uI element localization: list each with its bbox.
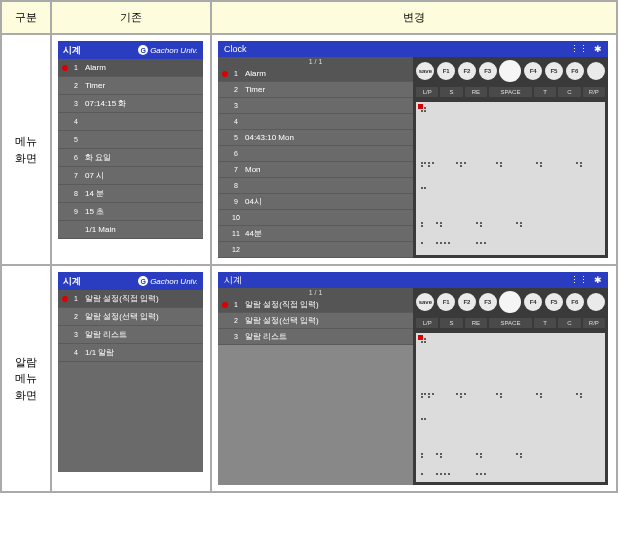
f-key-f6[interactable]: F6 <box>566 62 584 80</box>
f-key-f4[interactable]: F4 <box>524 293 542 311</box>
list-item[interactable]: 707 시 <box>58 167 203 185</box>
list-item[interactable]: 1알람 설정(직접 입력) <box>58 290 203 308</box>
braille-dot <box>421 222 423 224</box>
key-s[interactable]: S <box>440 318 462 328</box>
braille-dot <box>536 162 538 164</box>
item-label: 04:43:10 Mon <box>245 133 294 142</box>
list-item[interactable]: 814 분 <box>58 185 203 203</box>
key-t[interactable]: T <box>534 318 556 328</box>
key-r-p[interactable]: R/P <box>583 87 605 97</box>
item-number: 6 <box>71 154 81 161</box>
list-item[interactable]: 1144분 <box>218 226 413 242</box>
f-key-f3[interactable]: F3 <box>479 293 497 311</box>
f-key-f3[interactable]: F3 <box>479 62 497 80</box>
key-space[interactable]: SPACE <box>489 318 532 328</box>
center-button[interactable] <box>499 60 521 82</box>
item-number: 5 <box>71 136 81 143</box>
list-item[interactable]: 10 <box>218 210 413 226</box>
list-item[interactable]: 4 <box>218 114 413 130</box>
key-re[interactable]: RE <box>465 87 487 97</box>
item-label: 04시 <box>245 196 262 207</box>
app-header: Clock ⋮⋮ ✱ <box>218 41 608 57</box>
comparison-table: 구분 기존 변경 메뉴 화면 시계 Gachon Univ. 1Alarm2Ti… <box>0 0 618 493</box>
key-re[interactable]: RE <box>465 318 487 328</box>
key-l-p[interactable]: L/P <box>416 87 438 97</box>
braille-dot <box>421 165 423 167</box>
key-space[interactable]: SPACE <box>489 87 532 97</box>
braille-dot <box>421 418 423 420</box>
center-button[interactable] <box>499 291 521 313</box>
list-item[interactable]: 2Timer <box>218 82 413 98</box>
braille-dot <box>540 393 542 395</box>
key-c[interactable]: C <box>558 318 580 328</box>
list-item[interactable]: 12 <box>218 242 413 258</box>
braille-dot <box>480 242 482 244</box>
braille-dot <box>444 242 446 244</box>
f-key-f6[interactable]: F6 <box>566 293 584 311</box>
app-title: Clock <box>224 44 247 54</box>
f-key-f2[interactable]: F2 <box>458 62 476 80</box>
menu-list: 1Alarm2Timer307:14:15 화456화 요일707 시814 분… <box>58 59 203 239</box>
list-item[interactable]: 2Timer <box>58 77 203 95</box>
braille-dot <box>476 473 478 475</box>
item-number: 4 <box>71 349 81 356</box>
list-item[interactable]: 904시 <box>218 194 413 210</box>
list-item[interactable]: 1Alarm <box>58 59 203 77</box>
list-item[interactable]: 1/1 Main <box>58 221 203 239</box>
braille-dot <box>484 242 486 244</box>
before-device: 시계 Gachon Univ. 1Alarm2Timer307:14:15 화4… <box>58 41 203 239</box>
item-label: 15 초 <box>85 206 104 217</box>
list-item[interactable]: 8 <box>218 178 413 194</box>
list-item[interactable]: 3알람 리스트 <box>58 326 203 344</box>
braille-dot <box>421 453 423 455</box>
key-r-p[interactable]: R/P <box>583 318 605 328</box>
braille-dot <box>480 453 482 455</box>
braille-dot <box>421 396 423 398</box>
list-item[interactable]: 3알람 리스트 <box>218 329 413 345</box>
braille-dot <box>440 453 442 455</box>
key-s[interactable]: S <box>440 87 462 97</box>
key-l-p[interactable]: L/P <box>416 318 438 328</box>
f-key-f1[interactable]: F1 <box>437 293 455 311</box>
f-key-f5[interactable]: F5 <box>545 62 563 80</box>
save-button[interactable]: save <box>416 62 434 80</box>
list-item[interactable]: 6 <box>218 146 413 162</box>
braille-dot <box>580 396 582 398</box>
list-item[interactable]: 307:14:15 화 <box>58 95 203 113</box>
list-item[interactable]: 2알람 설정(선택 입력) <box>58 308 203 326</box>
key-c[interactable]: C <box>558 87 580 97</box>
app-title: 시계 <box>224 274 242 287</box>
braille-dot <box>580 165 582 167</box>
brand-logo: Gachon Univ. <box>138 45 198 55</box>
list-item[interactable]: 1알람 설정(직접 입력) <box>218 297 413 313</box>
item-number: 6 <box>231 150 241 157</box>
list-item[interactable]: 6화 요일 <box>58 149 203 167</box>
list-item[interactable]: 7Mon <box>218 162 413 178</box>
f-key-f4[interactable]: F4 <box>524 62 542 80</box>
table-header-row: 구분 기존 변경 <box>1 1 617 34</box>
app-header: 시계 Gachon Univ. <box>58 272 203 290</box>
item-number: 1 <box>231 70 241 77</box>
next-button[interactable] <box>587 62 605 80</box>
f-key-f2[interactable]: F2 <box>458 293 476 311</box>
next-button[interactable] <box>587 293 605 311</box>
save-button[interactable]: save <box>416 293 434 311</box>
f-key-f1[interactable]: F1 <box>437 62 455 80</box>
braille-dot <box>500 393 502 395</box>
list-item[interactable]: 2알람 설정(선택 입력) <box>218 313 413 329</box>
list-item[interactable]: 4 <box>58 113 203 131</box>
key-t[interactable]: T <box>534 87 556 97</box>
list-item[interactable]: 41/1 알람 <box>58 344 203 362</box>
braille-dot <box>421 187 423 189</box>
braille-dot <box>484 473 486 475</box>
list-item[interactable]: 1Alarm <box>218 66 413 82</box>
braille-dot <box>496 162 498 164</box>
list-item[interactable]: 5 <box>58 131 203 149</box>
header-before: 기존 <box>51 1 211 34</box>
list-item[interactable]: 504:43:10 Mon <box>218 130 413 146</box>
app-title: 시계 <box>63 44 81 57</box>
function-key-row: saveF1F2F3F4F5F6 <box>413 288 608 316</box>
list-item[interactable]: 3 <box>218 98 413 114</box>
f-key-f5[interactable]: F5 <box>545 293 563 311</box>
list-item[interactable]: 915 초 <box>58 203 203 221</box>
